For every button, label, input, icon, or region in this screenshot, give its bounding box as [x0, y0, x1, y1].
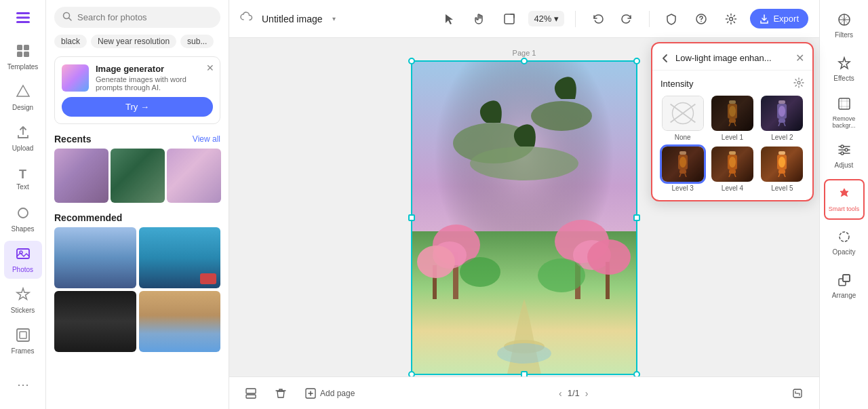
image-generator-close-button[interactable]: ✕: [206, 62, 214, 73]
image-generator-thumbnail: [62, 64, 89, 92]
sidebar-item-text[interactable]: T Text: [4, 160, 42, 198]
handle-bottom-middle[interactable]: [521, 371, 528, 377]
arrange-button[interactable]: Arrange: [824, 266, 865, 307]
svg-point-42: [460, 257, 500, 287]
ll-none-item[interactable]: None: [660, 96, 705, 141]
sidebar-item-more[interactable]: ⋯: [4, 366, 42, 404]
ll-level2-item[interactable]: Level 2: [760, 96, 804, 141]
help-button[interactable]: [690, 8, 712, 30]
tag-sub[interactable]: sub...: [180, 35, 214, 48]
svg-point-44: [497, 343, 551, 364]
sidebar-item-frames[interactable]: Frames: [4, 322, 42, 360]
recommended-photo-2[interactable]: [139, 227, 221, 288]
handle-bottom-left[interactable]: [408, 371, 415, 377]
handle-bottom-right[interactable]: [633, 371, 640, 377]
recent-photo-3[interactable]: [167, 149, 221, 203]
handle-middle-left[interactable]: [408, 214, 415, 221]
delete-page-button[interactable]: [270, 385, 292, 402]
view-all-button[interactable]: View all: [193, 134, 220, 144]
sidebar-item-design[interactable]: Design: [4, 79, 42, 117]
sidebar-item-photos[interactable]: Photos: [4, 241, 42, 279]
toolbar-divider-1: [575, 11, 576, 27]
adjust-label: Adjust: [835, 161, 854, 169]
opacity-label: Opacity: [833, 248, 856, 256]
zoom-control[interactable]: 42% ▾: [528, 11, 564, 26]
handle-top-middle[interactable]: [521, 58, 528, 64]
ll-level3-item[interactable]: Level 3: [660, 147, 705, 192]
shapes-label: Shapes: [12, 225, 35, 233]
sidebar-item-stickers[interactable]: Stickers: [4, 281, 42, 319]
adjust-button[interactable]: Adjust: [824, 136, 865, 176]
arrange-icon: [837, 273, 851, 290]
handle-top-left[interactable]: [408, 58, 415, 64]
recommended-photo-3[interactable]: [54, 291, 136, 352]
try-button[interactable]: Try →: [62, 97, 213, 117]
svg-rect-67: [778, 100, 785, 104]
recommended-photo-1[interactable]: [54, 227, 136, 288]
recommended-grid: [46, 227, 229, 357]
ll-level2-label: Level 2: [771, 134, 793, 141]
next-page-button[interactable]: ›: [585, 388, 589, 399]
svg-rect-8: [17, 249, 29, 258]
ll-level4-item[interactable]: Level 4: [710, 147, 754, 192]
app-logo[interactable]: [11, 5, 35, 30]
smart-tools-button[interactable]: Smart tools: [824, 179, 865, 220]
panel-scroll: Recents View all Recommended: [46, 130, 229, 409]
shield-button[interactable]: [660, 8, 682, 30]
canvas-image: [412, 62, 636, 374]
select-tool-button[interactable]: [439, 8, 460, 30]
recent-photo-1[interactable]: [54, 149, 108, 203]
svg-point-41: [587, 239, 631, 275]
tag-row: black New year resolution sub...: [46, 35, 229, 54]
intensity-settings-icon[interactable]: [793, 77, 804, 90]
recent-photo-2[interactable]: [111, 149, 165, 203]
grid-view-button[interactable]: [240, 385, 262, 402]
filters-button[interactable]: Filters: [824, 5, 865, 46]
prev-page-button[interactable]: ‹: [559, 388, 562, 399]
lowlight-back-button[interactable]: [660, 54, 670, 63]
svg-point-77: [729, 157, 736, 168]
settings-button[interactable]: [720, 8, 742, 30]
undo-button[interactable]: [587, 8, 608, 30]
svg-point-7: [18, 208, 28, 218]
recommended-photo-4[interactable]: [139, 291, 221, 352]
svg-point-65: [729, 106, 736, 117]
tag-black[interactable]: black: [54, 35, 87, 48]
svg-rect-74: [679, 170, 686, 174]
opacity-button[interactable]: Opacity: [824, 222, 865, 263]
export-button[interactable]: Export: [750, 9, 808, 28]
ll-level5-item[interactable]: Level 5: [760, 147, 804, 192]
doc-title-dropdown[interactable]: ▾: [332, 15, 336, 22]
remove-bg-label: Remove backgr...: [824, 115, 865, 129]
sidebar-item-templates[interactable]: Templates: [4, 38, 42, 76]
lowlight-close-button[interactable]: ✕: [795, 52, 804, 64]
page-indicator: 1/1: [568, 388, 580, 398]
handle-middle-right[interactable]: [633, 214, 640, 221]
canvas-frame[interactable]: [412, 62, 636, 374]
ll-level1-item[interactable]: Level 1: [710, 96, 754, 141]
upload-icon: [16, 125, 31, 143]
add-page-button[interactable]: Add page: [300, 385, 360, 402]
effects-icon: [837, 56, 851, 73]
text-label: Text: [16, 183, 28, 191]
search-input[interactable]: [77, 12, 212, 22]
remove-bg-button[interactable]: Remove backgr...: [824, 92, 865, 133]
svg-point-39: [417, 246, 455, 278]
hand-tool-button[interactable]: [469, 8, 490, 30]
resize-tool-button[interactable]: [498, 8, 520, 30]
fit-page-button[interactable]: [787, 385, 808, 402]
handle-top-right[interactable]: [633, 58, 640, 64]
zoom-level: 42%: [534, 14, 551, 24]
redo-button[interactable]: [616, 8, 638, 30]
sidebar-item-shapes[interactable]: Shapes: [4, 201, 42, 239]
effects-button[interactable]: Effects: [824, 49, 865, 90]
tag-newyear[interactable]: New year resolution: [91, 35, 176, 48]
frames-icon: [16, 328, 31, 346]
sidebar-item-upload[interactable]: Upload: [4, 119, 42, 157]
svg-point-81: [778, 157, 785, 168]
filters-label: Filters: [835, 31, 853, 39]
svg-point-53: [841, 152, 844, 155]
svg-rect-79: [778, 151, 785, 155]
recommended-header: Recommended: [46, 208, 229, 227]
lowlight-panel-header: Low-light image enhan... ✕: [652, 43, 812, 71]
